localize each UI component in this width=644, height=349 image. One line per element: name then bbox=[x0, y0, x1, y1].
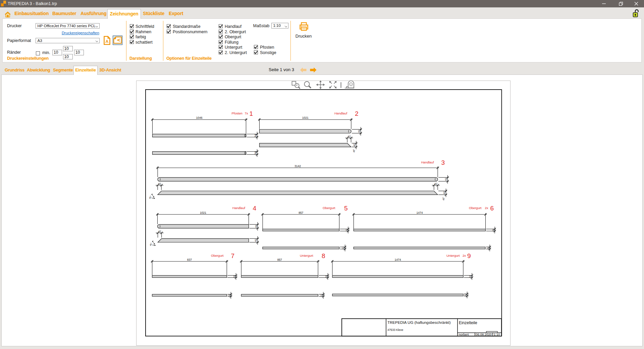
svg-text:Pfosten: Pfosten bbox=[232, 111, 243, 115]
svg-text:47533 Kleve: 47533 Kleve bbox=[387, 328, 404, 332]
svg-text:norbert: norbert bbox=[459, 333, 469, 336]
svg-text:42: 42 bbox=[434, 182, 437, 185]
svg-text:34: 34 bbox=[254, 134, 257, 137]
svg-text:45°: 45° bbox=[442, 197, 445, 201]
svg-text:42: 42 bbox=[255, 239, 258, 242]
svg-text:21: 21 bbox=[464, 293, 467, 296]
svg-text:06.08.2020: 06.08.2020 bbox=[476, 333, 492, 336]
svg-text:21: 21 bbox=[233, 275, 236, 278]
svg-text:42: 42 bbox=[158, 230, 161, 233]
svg-text:21: 21 bbox=[320, 294, 323, 297]
svg-text:1046: 1046 bbox=[196, 116, 203, 119]
svg-text:21: 21 bbox=[492, 229, 495, 232]
svg-text:7x: 7x bbox=[245, 111, 248, 115]
svg-text:1: 1 bbox=[250, 110, 253, 117]
svg-text:2x: 2x bbox=[463, 254, 466, 257]
svg-text:3: 3 bbox=[441, 159, 445, 166]
svg-text:1:10: 1:10 bbox=[494, 333, 500, 336]
svg-text:Handlauf: Handlauf bbox=[421, 160, 434, 164]
svg-text:Handlauf: Handlauf bbox=[232, 206, 245, 210]
svg-text:TREPEDIA UG (haftungsbeschränk: TREPEDIA UG (haftungsbeschränkt) bbox=[387, 320, 451, 325]
svg-text:5: 5 bbox=[344, 205, 348, 212]
svg-text:857: 857 bbox=[299, 211, 303, 214]
svg-text:Untergurt: Untergurt bbox=[446, 254, 460, 257]
svg-text:1474: 1474 bbox=[395, 258, 401, 261]
svg-text:42: 42 bbox=[158, 182, 161, 185]
svg-text:21: 21 bbox=[228, 294, 231, 297]
svg-text:2x: 2x bbox=[485, 206, 488, 210]
svg-text:857: 857 bbox=[277, 258, 282, 261]
svg-text:3142: 3142 bbox=[294, 164, 301, 168]
svg-text:45°: 45° bbox=[353, 149, 355, 153]
svg-text:34: 34 bbox=[254, 151, 257, 154]
svg-text:1021: 1021 bbox=[200, 211, 206, 214]
svg-text:42: 42 bbox=[255, 225, 258, 228]
svg-text:Obergurt: Obergurt bbox=[469, 206, 482, 210]
svg-text:1021: 1021 bbox=[302, 116, 309, 119]
svg-text:42: 42 bbox=[358, 130, 361, 133]
svg-text:Untergurt: Untergurt bbox=[300, 254, 313, 257]
svg-text:4: 4 bbox=[253, 205, 257, 212]
svg-text:6: 6 bbox=[490, 205, 494, 212]
svg-text:21: 21 bbox=[345, 229, 348, 232]
svg-text:Obergurt: Obergurt bbox=[211, 254, 224, 257]
svg-text:7: 7 bbox=[231, 252, 235, 259]
svg-text:21: 21 bbox=[487, 246, 490, 249]
svg-text:837: 837 bbox=[187, 258, 192, 261]
svg-text:42: 42 bbox=[353, 143, 356, 146]
svg-text:2: 2 bbox=[355, 110, 359, 117]
svg-text:21: 21 bbox=[342, 246, 345, 249]
svg-text:Einzelteile: Einzelteile bbox=[459, 320, 477, 325]
svg-text:9: 9 bbox=[467, 252, 471, 259]
svg-text:8: 8 bbox=[322, 252, 325, 259]
svg-text:Handlauf: Handlauf bbox=[334, 111, 347, 115]
svg-text:42: 42 bbox=[348, 135, 351, 138]
svg-text:21: 21 bbox=[469, 275, 472, 278]
svg-text:42: 42 bbox=[443, 191, 446, 194]
svg-text:1474: 1474 bbox=[416, 211, 423, 214]
svg-text:Obergurt: Obergurt bbox=[323, 206, 335, 210]
svg-text:42: 42 bbox=[444, 178, 447, 181]
svg-text:21: 21 bbox=[325, 275, 328, 278]
